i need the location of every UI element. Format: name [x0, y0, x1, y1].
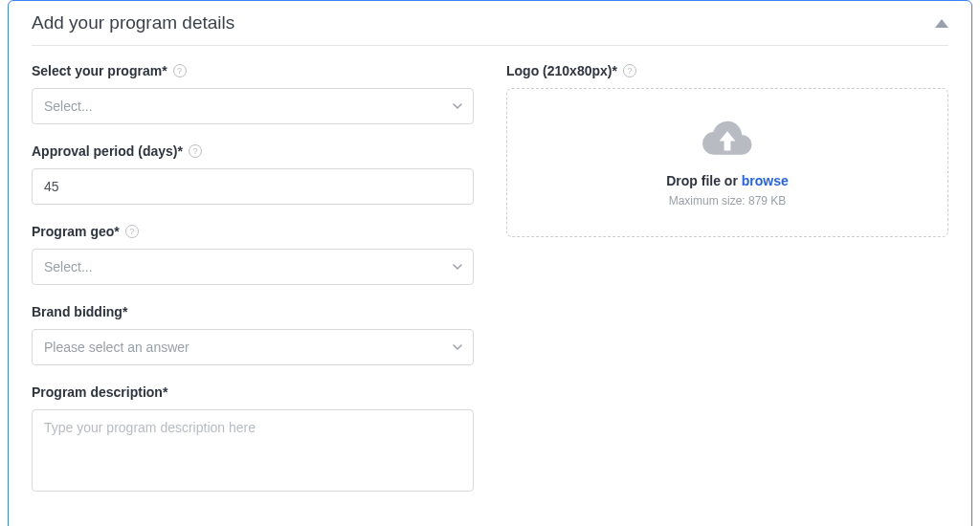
approval-input[interactable]: [32, 168, 474, 205]
right-column: Logo (210x80px)* ? Drop file or browse M…: [506, 63, 948, 515]
browse-link[interactable]: browse: [742, 173, 789, 188]
cloud-upload-icon: [702, 118, 753, 158]
description-textarea[interactable]: [32, 409, 474, 492]
logo-label: Logo (210x80px)*: [506, 63, 617, 78]
field-select-program: Select your program* ? Select...: [32, 63, 474, 124]
help-icon[interactable]: ?: [189, 144, 202, 158]
max-size-text: Maximum size: 879 KB: [669, 194, 787, 208]
drop-text: Drop file or browse: [666, 173, 789, 188]
help-icon[interactable]: ?: [623, 64, 636, 77]
help-icon[interactable]: ?: [173, 64, 187, 77]
geo-label: Program geo*: [32, 224, 120, 239]
field-approval-period: Approval period (days)* ?: [32, 143, 474, 205]
geo-select-value: Select...: [44, 259, 93, 274]
brand-select[interactable]: Please select an answer: [32, 329, 474, 365]
field-program-description: Program description*: [32, 384, 474, 495]
section-header: Add your program details: [32, 12, 948, 46]
field-logo: Logo (210x80px)* ? Drop file or browse M…: [506, 63, 948, 237]
collapse-icon[interactable]: [935, 19, 948, 28]
left-column: Select your program* ? Select... Approva…: [32, 63, 474, 515]
section-title: Add your program details: [32, 12, 234, 33]
program-select[interactable]: Select...: [32, 88, 474, 124]
description-label: Program description*: [32, 384, 167, 400]
field-program-geo: Program geo* ? Select...: [32, 224, 474, 285]
brand-label: Brand bidding*: [32, 304, 127, 319]
drop-prefix: Drop file or: [666, 173, 742, 188]
program-details-panel: Add your program details Select your pro…: [8, 0, 972, 526]
program-select-value: Select...: [44, 99, 93, 114]
program-label: Select your program*: [32, 63, 167, 78]
approval-label: Approval period (days)*: [32, 143, 183, 159]
form-columns: Select your program* ? Select... Approva…: [32, 63, 948, 515]
field-brand-bidding: Brand bidding* Please select an answer: [32, 304, 474, 365]
geo-select[interactable]: Select...: [32, 249, 474, 285]
logo-dropzone[interactable]: Drop file or browse Maximum size: 879 KB: [506, 88, 948, 237]
help-icon[interactable]: ?: [125, 225, 139, 238]
brand-select-value: Please select an answer: [44, 340, 189, 355]
